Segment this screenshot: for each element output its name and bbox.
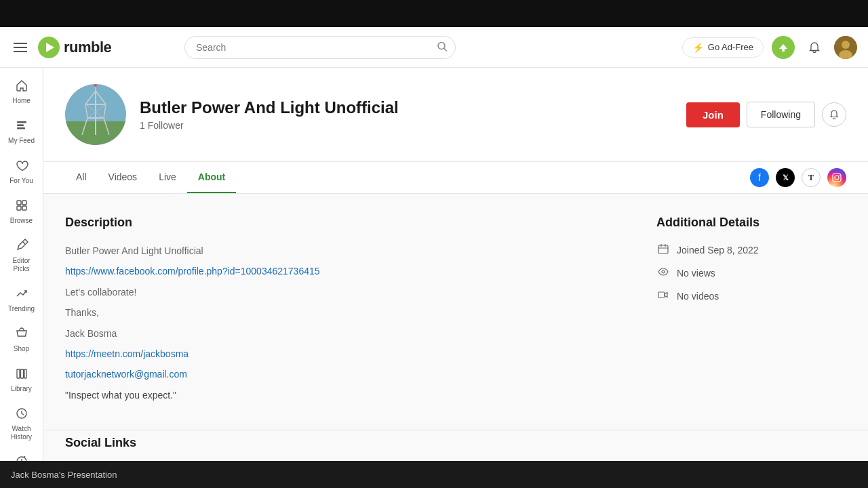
sidebar-shop-label: Shop (14, 345, 29, 353)
sidebar-my-feed-label: My Feed (8, 137, 35, 145)
join-button[interactable]: Join (686, 102, 740, 127)
sidebar-watch-history-label: Watch History (5, 425, 38, 441)
social-links-section: Social Links (43, 430, 868, 461)
for-you-icon (15, 159, 28, 176)
content: Butler Power And Light Unofficial 1 Foll… (43, 68, 868, 461)
sidebar-item-browse[interactable]: Browse (3, 193, 41, 230)
instagram-social-icon[interactable] (827, 168, 846, 187)
sidebar-editor-picks-label: Editor Picks (5, 257, 38, 273)
header: rumble ⚡ Go Ad-Free (0, 27, 868, 68)
app-wrapper: rumble ⚡ Go Ad-Free (0, 27, 868, 461)
sidebar-item-editor-picks[interactable]: Editor Picks (3, 233, 41, 279)
videos-detail: No videos (656, 289, 846, 303)
sidebar-item-home[interactable]: Home (3, 73, 41, 110)
x-social-icon[interactable]: 𝕏 (776, 168, 795, 187)
search-button[interactable] (437, 41, 448, 54)
svg-rect-44 (658, 292, 665, 298)
svg-rect-11 (17, 201, 21, 205)
watch-later-icon (15, 455, 28, 461)
bell-icon (808, 41, 821, 54)
svg-point-43 (662, 270, 665, 273)
desc-jack: Jack Bosma (65, 326, 629, 341)
profile-avatar-image (65, 84, 126, 145)
additional-details: Joined Sep 8, 2022 No views (656, 243, 846, 303)
main-layout: Home My Feed For You (0, 68, 868, 461)
profile-name: Butler Power And Light Unofficial (140, 98, 673, 117)
desc-meetn-link[interactable]: https://meetn.com/jackbosma (65, 346, 629, 361)
logo-text: rumble (64, 39, 111, 56)
social-icons: f 𝕏 T (750, 168, 846, 187)
sidebar-item-watch-history[interactable]: Watch History (3, 401, 41, 447)
views-detail: No views (656, 266, 846, 280)
sidebar-item-trending[interactable]: Trending (3, 281, 41, 319)
tab-about[interactable]: About (187, 162, 236, 193)
social-links-title: Social Links (65, 436, 846, 450)
videos-text: No videos (677, 291, 719, 302)
svg-rect-39 (658, 245, 668, 253)
svg-rect-16 (20, 369, 23, 378)
bottom-bar: Jack Bosma's Presentation (0, 461, 868, 488)
avatar-icon (834, 36, 857, 59)
profile-header: Butler Power And Light Unofficial 1 Foll… (43, 68, 868, 162)
sidebar-home-label: Home (12, 97, 31, 105)
sidebar-item-library[interactable]: Library (3, 361, 41, 399)
svg-marker-4 (779, 44, 787, 52)
editor-picks-icon (15, 239, 28, 256)
upload-button[interactable] (772, 36, 795, 59)
search-input[interactable] (184, 36, 456, 59)
desc-line-1: Butler Power And Light Unofficial (65, 243, 629, 258)
hamburger-button[interactable] (11, 40, 30, 55)
tab-live[interactable]: Live (148, 162, 187, 193)
search-area (184, 36, 456, 59)
tab-all[interactable]: All (65, 162, 98, 193)
desc-email[interactable]: tutorjacknetwork@gmail.com (65, 367, 629, 382)
sidebar-item-my-feed[interactable]: My Feed (3, 113, 41, 150)
rumble-logo-icon (38, 37, 60, 58)
desc-thanks: Thanks, (65, 305, 629, 320)
sidebar-item-shop[interactable]: Shop (3, 321, 41, 359)
tab-videos[interactable]: Videos (98, 162, 149, 193)
tabs-list: All Videos Live About (65, 162, 236, 193)
sidebar-trending-label: Trending (8, 305, 35, 313)
bottom-bar-text: Jack Bosma's Presentation (11, 470, 117, 480)
notification-button[interactable] (803, 36, 826, 59)
browse-icon (15, 199, 28, 216)
header-left: rumble (11, 37, 174, 58)
additional-details-title: Additional Details (656, 216, 846, 230)
svg-rect-17 (24, 369, 26, 378)
svg-rect-10 (17, 127, 25, 129)
desc-quote: "Inspect what you expect." (65, 388, 629, 403)
svg-rect-13 (17, 206, 21, 210)
profile-bell-button[interactable] (822, 102, 846, 127)
svg-rect-8 (17, 121, 26, 123)
watch-history-icon (15, 407, 28, 424)
logo-area: rumble (38, 37, 111, 58)
svg-rect-12 (22, 201, 26, 205)
tabs-bar: All Videos Live About f 𝕏 T (43, 162, 868, 194)
about-content: Description Butler Power And Light Unoff… (43, 194, 868, 430)
facebook-social-icon[interactable]: f (750, 168, 769, 187)
svg-point-38 (839, 175, 840, 176)
sidebar-item-watch-later[interactable]: Watch Later (3, 449, 41, 461)
svg-rect-15 (17, 369, 20, 378)
sidebar-item-for-you[interactable]: For You (3, 153, 41, 190)
hamburger-line (14, 43, 27, 44)
profile-followers: 1 Follower (140, 120, 673, 131)
hamburger-line (14, 51, 27, 52)
hamburger-line (14, 47, 27, 48)
about-sidebar: Additional Details Joi (656, 216, 846, 408)
svg-line-20 (24, 456, 25, 458)
upload-icon (778, 42, 789, 53)
profile-actions: Join Following (686, 102, 846, 127)
trending-icon (15, 287, 28, 304)
sidebar-library-label: Library (11, 385, 32, 393)
desc-line-2: Let's collaborate! (65, 285, 629, 300)
about-main: Description Butler Power And Light Unoff… (65, 216, 629, 408)
profile-info: Butler Power And Light Unofficial 1 Foll… (140, 98, 673, 131)
user-avatar-button[interactable] (834, 36, 857, 59)
truth-social-icon[interactable]: T (802, 168, 821, 187)
desc-facebook-link[interactable]: https://www.facebook.com/profile.php?id=… (65, 264, 629, 279)
go-ad-free-button[interactable]: ⚡ Go Ad-Free (682, 37, 764, 58)
svg-point-35 (94, 84, 97, 87)
following-button[interactable]: Following (747, 102, 815, 127)
